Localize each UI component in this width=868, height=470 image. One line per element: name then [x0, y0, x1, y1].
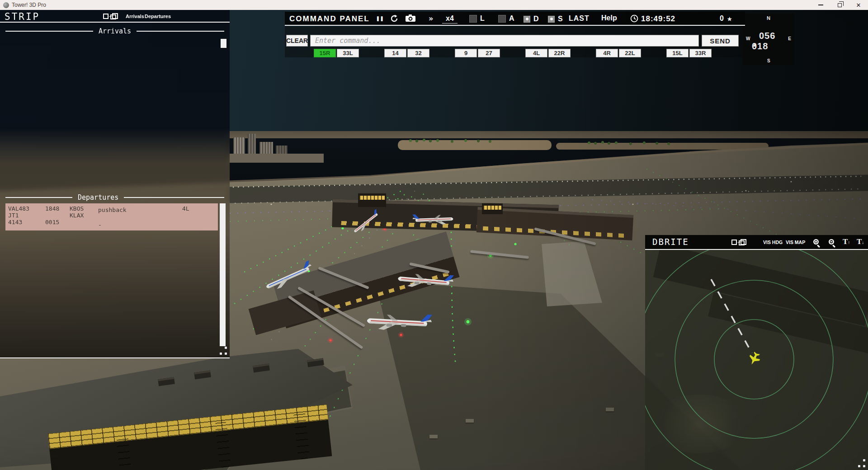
toggle-departures[interactable]: D	[524, 15, 539, 23]
dbrite-panel: DBRITE → VIS HDG VIS MAP T↑ T↓	[645, 235, 868, 470]
pause-button[interactable]: ❚❚	[376, 15, 384, 22]
restore-icon	[838, 3, 842, 7]
strip-panel-resize-grip[interactable]	[219, 347, 228, 356]
command-input[interactable]	[310, 35, 699, 47]
radar-track-line	[711, 279, 752, 353]
strip-slot: 0015	[45, 219, 59, 226]
runway-button-27[interactable]: 27	[478, 49, 500, 57]
close-button[interactable]: ✕	[849, 0, 868, 10]
toggle-arrivals-box	[498, 15, 506, 23]
fast-forward-icon[interactable]: »	[429, 14, 433, 23]
dbrite-resize-grip[interactable]	[857, 459, 866, 468]
app-icon	[3, 2, 9, 8]
text-size-increase-icon[interactable]: T↑	[843, 237, 850, 246]
aircraft-taxiing[interactable]	[406, 212, 457, 227]
toggle-landing[interactable]: L	[469, 14, 485, 23]
toggle-landing-box	[469, 15, 477, 23]
runway-button-4L[interactable]: 4L	[525, 49, 547, 57]
terminal-tower-cab	[482, 203, 503, 214]
departures-header-label: Departures	[78, 193, 118, 202]
clear-button[interactable]: CLEAR	[286, 35, 308, 47]
aircraft-at-gate[interactable]	[361, 309, 441, 335]
arrivals-header-label: Arrivals	[99, 27, 131, 35]
dbrite-title: DBRITE	[652, 237, 689, 247]
sim-speed-value[interactable]: x4	[442, 14, 458, 24]
toggle-strips[interactable]: S	[548, 15, 563, 23]
vis-map-button[interactable]: VIS MAP	[786, 240, 805, 245]
window-title: Tower! 3D Pro	[12, 2, 46, 8]
strip-panel: STRIP → Arrivals Departures Arrivals Dep…	[0, 10, 230, 358]
command-panel: COMMAND PANEL ❚❚ » x4 L A D	[285, 12, 745, 57]
strip-status-line3: -	[98, 221, 102, 228]
undock-window-icon[interactable]: →	[731, 239, 746, 245]
text-size-decrease-icon[interactable]: T↓	[857, 237, 864, 246]
runway-button-15L[interactable]: 15L	[666, 49, 689, 57]
camera-heading-value: 056	[759, 31, 775, 41]
ground-equipment	[466, 419, 474, 423]
star-icon[interactable]: ★	[727, 13, 732, 23]
arrivals-section-header: Arrivals	[0, 27, 230, 35]
departures-scrollbar[interactable]	[220, 203, 226, 346]
departures-section-header: Departures	[0, 193, 230, 202]
radar-display[interactable]	[645, 250, 868, 470]
runway-button-22L[interactable]: 22L	[619, 49, 641, 57]
vis-hdg-button[interactable]: VIS HDG	[763, 240, 783, 245]
strip-flight-code: JT1	[8, 212, 19, 219]
strip-status: pushback	[98, 207, 127, 213]
tab-departures[interactable]: Departures	[145, 14, 171, 19]
compass-east: E	[788, 36, 791, 41]
command-panel-title: COMMAND PANEL	[289, 14, 370, 24]
camera-icon[interactable]	[405, 14, 416, 22]
strip-origin: KBOS	[70, 205, 84, 212]
minimize-icon	[818, 5, 823, 5]
strip-destination: KLAX	[70, 212, 84, 219]
runway-button-33R[interactable]: 33R	[689, 49, 712, 57]
compass-south: S	[767, 58, 770, 63]
strip-callsign: VAL483	[8, 205, 29, 212]
dbrite-header: DBRITE → VIS HDG VIS MAP T↑ T↓	[645, 235, 868, 250]
compass-north: N	[767, 15, 770, 21]
runway-button-14[interactable]: 14	[384, 49, 406, 57]
restore-button[interactable]	[830, 0, 849, 10]
flight-strip-VAL483[interactable]: VAL483 1848 KBOS pushback 4L JT1 KLAX 41…	[5, 203, 218, 230]
strip-time: 1848	[45, 205, 59, 212]
zoom-in-icon[interactable]	[812, 238, 822, 248]
runway-button-15R[interactable]: 15R	[314, 49, 336, 57]
strip-runway: 4L	[182, 205, 189, 212]
toggle-arrivals[interactable]: A	[498, 14, 514, 23]
ground-equipment	[606, 408, 614, 411]
zoom-out-icon[interactable]	[827, 238, 837, 248]
strip-squawk: 4143	[8, 219, 22, 226]
tower3dpro-window: Tower! 3D Pro ✕	[0, 0, 868, 470]
minimize-button[interactable]	[811, 0, 830, 10]
runway-button-22R[interactable]: 22R	[548, 49, 571, 57]
compass-west: W	[746, 36, 750, 41]
score-value: 0	[720, 14, 724, 23]
runway-button-33L[interactable]: 33L	[337, 49, 359, 57]
rotate-view-icon[interactable]	[390, 14, 399, 23]
toggle-strips-box	[548, 16, 555, 23]
strip-panel-title: STRIP	[5, 11, 40, 22]
help-button[interactable]: Help	[601, 14, 617, 22]
camera-pitch-value: 018	[752, 41, 768, 52]
runway-button-32[interactable]: 32	[407, 49, 429, 57]
command-panel-header: COMMAND PANEL ❚❚ » x4 L A D	[285, 12, 745, 26]
sim-clock-time: 18:49:52	[641, 14, 675, 24]
terminal-tower-cab	[358, 193, 386, 207]
compass-widget[interactable]: N E S W 056 ▲018	[743, 14, 794, 65]
runway-button-9[interactable]: 9	[455, 49, 477, 57]
clock-icon	[630, 14, 638, 23]
undock-window-icon[interactable]: →	[103, 13, 118, 19]
runway-button-4R[interactable]: 4R	[596, 49, 618, 57]
send-button[interactable]: SEND	[702, 35, 739, 47]
close-icon: ✕	[856, 2, 861, 8]
radar-overlay	[645, 250, 868, 470]
toggle-departures-box	[524, 16, 530, 23]
arrivals-scrollbar[interactable]	[221, 39, 226, 48]
window-controls: ✕	[811, 0, 868, 10]
tab-arrivals[interactable]: Arrivals	[126, 14, 144, 19]
ground-equipment	[429, 435, 438, 438]
radar-aircraft-icon	[747, 351, 762, 367]
last-command-button[interactable]: LAST	[569, 14, 590, 23]
window-titlebar: Tower! 3D Pro ✕	[0, 0, 868, 10]
